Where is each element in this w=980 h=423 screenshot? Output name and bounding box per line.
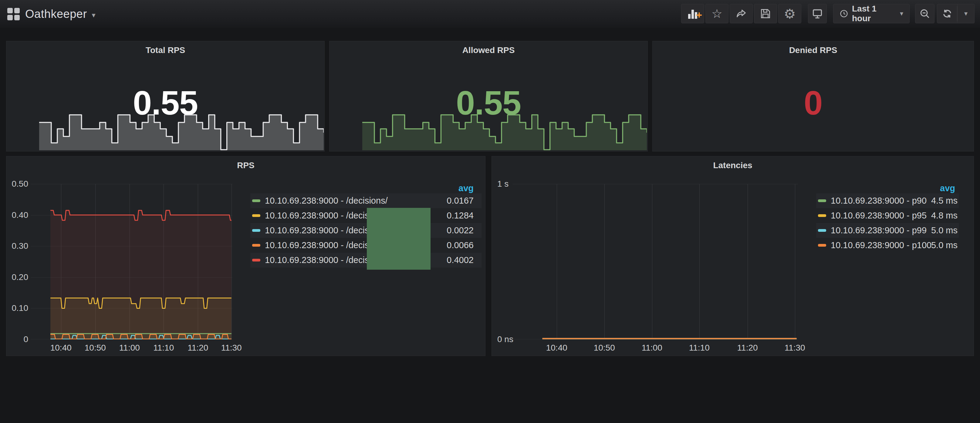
rps-series	[31, 184, 232, 339]
cycle-view-button[interactable]	[808, 4, 827, 23]
legend-row[interactable]: 10.10.69.238:9000 - /decisions/0.1284	[250, 208, 482, 223]
series-name[interactable]: 10.10.69.238:9000 - p99	[831, 225, 931, 235]
dashboard-title[interactable]: Oathkeeper	[25, 8, 87, 21]
panel-title[interactable]: Denied RPS	[652, 46, 974, 55]
stat-panel-total-rps: Total RPS 0.55	[6, 41, 325, 152]
settings-button[interactable]: ⚙	[778, 4, 801, 23]
y-tick-label: 0.50	[10, 179, 28, 189]
time-range-caret-icon: ▾	[900, 10, 903, 17]
save-icon	[760, 8, 771, 19]
series-avg-value: 4.8 ms	[931, 211, 958, 220]
y-tick-label: 0	[10, 335, 28, 344]
legend-row[interactable]: 10.10.69.238:9000 - p904.5 ms	[816, 193, 959, 208]
dashboard-title-caret-icon[interactable]: ▾	[92, 8, 95, 19]
dashboard-grid-icon[interactable]	[7, 8, 20, 20]
series-name[interactable]: 10.10.69.238:9000 - p90	[831, 196, 931, 206]
x-axis: 10:4010:5011:0011:1011:2011:30	[513, 343, 798, 353]
y-tick-label: 0.40	[10, 211, 28, 220]
x-axis: 10:4010:5011:0011:1011:2011:30	[31, 343, 232, 353]
legend-row[interactable]: 10.10.69.238:9000 - /decisions/0.4002	[250, 253, 482, 268]
panel-title[interactable]: Allowed RPS	[329, 46, 648, 55]
refresh-button[interactable]	[937, 4, 958, 23]
legend-row[interactable]: 10.10.69.238:9000 - /decisions/0.0167	[250, 193, 482, 208]
series-avg-value: 5.0 ms	[931, 225, 958, 235]
panel-title[interactable]: RPS	[6, 161, 485, 170]
share-button[interactable]	[730, 4, 753, 23]
series-color-swatch	[818, 244, 826, 247]
x-tick-label: 11:20	[737, 343, 758, 353]
series-color-swatch	[252, 244, 260, 247]
time-range-button[interactable]: Last 1 hour ▾	[833, 4, 910, 23]
y-tick-label: 0.30	[10, 241, 28, 250]
refresh-interval-caret-icon: ▾	[964, 10, 967, 17]
series-name[interactable]: 10.10.69.238:9000 - p100	[831, 240, 931, 250]
legend-row[interactable]: 10.10.69.238:9000 - p954.8 ms	[816, 208, 959, 223]
navbar: Oathkeeper ▾ + ☆ ⚙ Last 1 hour ▾	[0, 0, 980, 28]
series-avg-value: 0.0167	[447, 196, 474, 206]
series-avg-value: 5.0 ms	[931, 240, 958, 250]
x-tick-label: 10:50	[594, 343, 615, 353]
gear-icon: ⚙	[784, 6, 795, 22]
panel-title[interactable]: Total RPS	[6, 46, 325, 55]
refresh-icon	[942, 8, 953, 19]
stat-panel-allowed-rps: Allowed RPS 0.55	[329, 41, 648, 152]
series-color-swatch	[818, 229, 826, 232]
series-avg-value: 0.1284	[447, 211, 474, 220]
series-color-swatch	[818, 200, 826, 202]
star-icon: ☆	[711, 7, 722, 21]
x-tick-label: 10:50	[85, 343, 106, 353]
y-tick-label: 0.10	[10, 304, 28, 313]
grafana-dashboard: Oathkeeper ▾ + ☆ ⚙ Last 1 hour ▾	[0, 0, 980, 423]
latencies-legend: avg 10.10.69.238:9000 - p904.5 ms10.10.6…	[816, 183, 959, 253]
x-tick-label: 11:00	[642, 343, 662, 353]
latencies-chart-panel: Latencies 1 s0 ns 10:4010:5011:0011:1011…	[492, 156, 974, 356]
x-tick-label: 10:40	[50, 343, 72, 353]
latencies-series	[513, 184, 798, 339]
series-color-swatch	[252, 229, 260, 232]
add-panel-icon: +	[688, 8, 697, 19]
series-color-swatch	[252, 200, 260, 202]
series-color-swatch	[252, 259, 260, 261]
y-axis: 0.500.400.300.200.100	[10, 184, 28, 339]
x-tick-label: 11:30	[784, 343, 805, 353]
series-avg-value: 0.0022	[447, 225, 474, 235]
zoom-out-icon	[919, 8, 931, 19]
share-icon	[735, 8, 747, 20]
green-overlay-rectangle	[367, 208, 431, 270]
rps-legend: avg 10.10.69.238:9000 - /decisions/0.016…	[250, 183, 482, 268]
y-tick-label: 0.20	[10, 273, 28, 282]
plot-area[interactable]	[513, 184, 798, 339]
save-button[interactable]	[754, 4, 777, 23]
rps-chart-panel: RPS 0.500.400.300.200.100 10:4010:5011:0…	[6, 156, 485, 356]
zoom-out-button[interactable]	[915, 4, 934, 23]
panel-title[interactable]: Latencies	[492, 161, 974, 170]
legend-avg-header[interactable]: avg	[816, 183, 959, 193]
time-range-label: Last 1 hour	[852, 4, 896, 23]
series-avg-value: 0.4002	[447, 255, 474, 265]
legend-row[interactable]: 10.10.69.238:9000 - p995.0 ms	[816, 223, 959, 238]
series-avg-value: 0.0066	[447, 240, 474, 250]
legend-row[interactable]: 10.10.69.238:9000 - /decisions/0.0022	[250, 223, 482, 238]
series-name[interactable]: 10.10.69.238:9000 - p95	[831, 211, 931, 220]
stat-panel-denied-rps: Denied RPS 0	[652, 41, 974, 152]
x-tick-label: 11:00	[119, 343, 140, 353]
x-tick-label: 11:30	[221, 343, 242, 353]
series-color-swatch	[818, 214, 826, 217]
legend-row[interactable]: 10.10.69.238:9000 - /decisions/0.0066	[250, 238, 482, 253]
legend-row[interactable]: 10.10.69.238:9000 - p1005.0 ms	[816, 238, 959, 253]
refresh-interval-button[interactable]: ▾	[958, 4, 975, 23]
series-name[interactable]: 10.10.69.238:9000 - /decisions/	[265, 196, 447, 206]
series-color-swatch	[252, 214, 260, 217]
star-button[interactable]: ☆	[705, 4, 729, 23]
series-avg-value: 4.5 ms	[931, 196, 958, 206]
stat-sparkline	[39, 111, 324, 150]
stat-value: 0	[652, 86, 974, 120]
clock-icon	[840, 9, 848, 18]
x-tick-label: 11:10	[153, 343, 174, 353]
stat-sparkline	[362, 111, 647, 150]
x-tick-label: 11:20	[188, 343, 208, 353]
x-tick-label: 11:10	[689, 343, 710, 353]
add-panel-button[interactable]: +	[681, 4, 704, 23]
legend-avg-header[interactable]: avg	[250, 183, 482, 193]
plot-area[interactable]	[31, 184, 232, 339]
